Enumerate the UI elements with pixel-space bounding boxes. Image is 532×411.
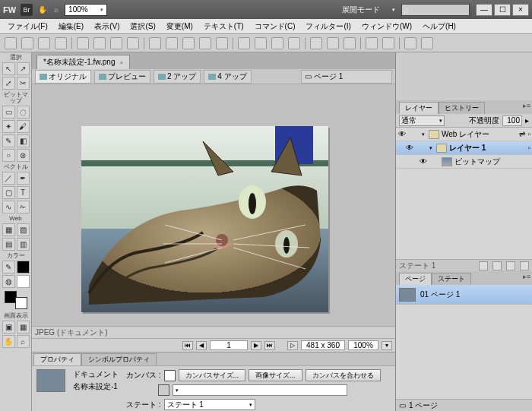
optbtn[interactable] [110,37,122,49]
document-tab[interactable]: *名称未設定-1.fw.png × [36,55,130,69]
optbtn[interactable] [38,37,50,49]
fill-swatch[interactable] [17,275,30,288]
tab-states[interactable]: ステート [432,273,471,285]
optbtn[interactable] [77,37,89,49]
menu-select[interactable]: 選択(S) [125,21,160,32]
nav-frame[interactable]: 1 [210,340,248,350]
delete-layer[interactable] [520,261,529,270]
knife-tool[interactable]: ✁ [17,201,30,213]
menu-edit[interactable]: 編集(E) [54,21,88,32]
canvas-color[interactable] [164,370,176,381]
page-selector[interactable]: ▭ページ 1 [301,70,392,84]
close-button[interactable]: × [512,4,529,16]
close-tab-icon[interactable]: × [119,59,123,66]
optbtn[interactable] [366,37,378,49]
optbtn[interactable] [55,37,67,49]
blend-mode[interactable]: 通常 [399,115,445,126]
panel-menu-icon[interactable]: ▸≡ [523,273,530,280]
full-view[interactable]: ▦ [17,321,30,334]
tab-layers[interactable]: レイヤー [399,102,439,114]
optbtn[interactable] [182,37,195,49]
display-mode-dropdown[interactable] [382,4,395,16]
share-icon[interactable]: ⇌ [519,130,525,138]
menu-text[interactable]: テキスト(T) [199,21,249,32]
optbtn[interactable] [216,37,228,49]
new-layer[interactable] [506,261,515,270]
menu-view[interactable]: 表示(V) [90,21,124,32]
hand-icon[interactable]: ✋ [37,5,48,15]
optbtn[interactable] [199,37,211,49]
opacity-slider-icon[interactable]: ▸ [525,116,529,125]
crop-tool[interactable]: ✂ [17,77,30,90]
show-slice[interactable]: ▥ [17,238,30,251]
stamp-tool[interactable]: ⊛ [17,149,30,162]
panel-menu-icon[interactable]: ▸≡ [523,102,530,109]
view-preview[interactable]: プレビュー [94,70,150,84]
layer-row[interactable]: 👁 ビットマップ [396,155,532,169]
nav-first[interactable]: ⏮ [182,341,193,350]
wand-tool[interactable]: ✦ [2,120,15,133]
stroke-color[interactable]: ✎ [2,261,15,273]
tab-history[interactable]: ヒストリー [439,102,485,114]
stroke-swatch[interactable] [17,261,30,273]
page-row[interactable]: 01 ページ 1 [396,285,532,305]
new-folder[interactable] [492,261,502,270]
nav-menu[interactable]: ▾ [382,341,392,350]
pointer-tool[interactable]: ↖ [2,62,15,75]
opacity-input[interactable]: 100 [502,115,522,126]
nav-last[interactable]: ⏭ [264,341,275,350]
menu-commands[interactable]: コマンド(C) [250,21,300,32]
optbtn[interactable] [404,37,416,49]
slice-tool[interactable]: ▨ [17,223,30,236]
optbtn[interactable] [5,37,17,49]
scale-tool[interactable]: ⤢ [2,77,15,90]
menu-file[interactable]: ファイル(F) [3,21,52,32]
bridge-button[interactable]: Br [21,4,33,16]
pen-tool[interactable]: ✒ [17,172,30,185]
artboard[interactable] [81,126,328,312]
view-4up[interactable]: 4 アップ [204,70,251,84]
search-input[interactable] [401,4,470,16]
pencil-tool[interactable]: ✎ [2,134,15,147]
visibility-icon[interactable]: 👁 [397,130,407,138]
maximize-button[interactable]: ☐ [494,4,511,16]
subselect-tool[interactable]: ↗ [17,62,30,75]
tab-properties[interactable]: プロパティ [33,353,81,365]
optbtn[interactable] [310,37,322,49]
nav-play[interactable]: ▷ [287,341,298,350]
hand-tool[interactable]: ✋ [2,335,15,348]
eraser-tool[interactable]: ◧ [17,134,30,147]
optbtn[interactable] [93,37,106,49]
view-original[interactable]: オリジナル [35,70,91,84]
layer-row[interactable]: 👁 ▾ Web レイヤー ⇌ ▫ [396,128,532,141]
optbtn[interactable] [255,37,267,49]
nav-prev[interactable]: ◀ [196,341,207,350]
optbtn[interactable] [21,37,33,49]
hotspot-tool[interactable]: ▦ [2,223,15,236]
menu-help[interactable]: ヘルプ(H) [418,21,461,32]
nav-zoom[interactable]: 100% [348,340,378,350]
optbtn[interactable] [344,37,356,49]
brush-tool[interactable]: 🖌 [17,120,30,133]
new-sublayer[interactable] [479,261,488,270]
std-view[interactable]: ▣ [2,321,15,334]
zoom-tool[interactable]: ⌕ [17,335,30,348]
menu-filters[interactable]: フィルター(I) [301,21,355,32]
visibility-icon[interactable]: 👁 [405,144,414,152]
optbtn[interactable] [382,37,394,49]
hide-slice[interactable]: ▤ [2,238,15,251]
menu-modify[interactable]: 変更(M) [162,21,198,32]
freeform-tool[interactable]: ∿ [2,201,15,213]
misc-select[interactable] [173,384,347,396]
minimize-button[interactable]: — [476,4,492,16]
optbtn[interactable] [421,37,433,49]
misc-swatch[interactable] [158,384,169,396]
lasso-tool[interactable]: ◌ [17,106,30,119]
canvas-size-button[interactable]: カンバスサイズ... [179,369,246,381]
image-size-button[interactable]: 画像サイズ... [249,369,302,381]
menu-window[interactable]: ウィンドウ(W) [357,21,416,32]
blur-tool[interactable]: ○ [2,149,15,162]
visibility-icon[interactable]: 👁 [419,157,428,166]
layer-row[interactable]: 👁 ▾ レイヤー 1 ▫ [396,141,532,155]
optbtn[interactable] [149,37,161,49]
